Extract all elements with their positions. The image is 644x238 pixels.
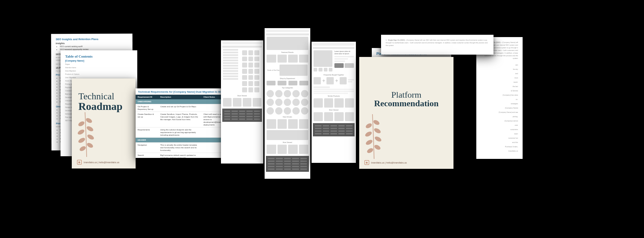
svg-point-1	[86, 142, 94, 149]
technical-roadmap-cover: Technical Roadmap B brandlabs.us | hello…	[72, 78, 136, 168]
wf-similar-label: Similar Products	[312, 95, 356, 97]
sso-line: Purchase Orders,	[481, 145, 518, 149]
svg-point-12	[364, 130, 372, 137]
wf-featured-label: Featured Brands	[265, 51, 310, 53]
wf-freq-label: Frequently Bought Together	[312, 74, 356, 76]
wf-footer-3	[313, 123, 355, 136]
req-id: Requirements	[136, 127, 158, 138]
req-desc: This is actually the entire header templ…	[158, 143, 201, 153]
sso-line: can	[481, 63, 518, 67]
sso-line: and this	[481, 140, 518, 145]
wf-footer	[222, 109, 262, 122]
seo-title: SEO Insights and Retention Plans	[56, 38, 128, 41]
req-desc: Create and set up Git Project & Git Repo	[158, 104, 201, 112]
toc-group: [Company Name]	[65, 60, 133, 62]
wf-deals-label: Deals of the Day	[267, 69, 279, 71]
svg-point-8	[366, 147, 374, 154]
svg-point-13	[373, 127, 381, 134]
req-col-desc: Description	[158, 95, 201, 99]
leaf-decoration-icon-2	[356, 108, 392, 161]
sso-line: [Company] has done	[481, 93, 518, 97]
wf-most-viewed-label-3: Most Viewed	[312, 109, 356, 111]
toc-item: Pages	[65, 63, 133, 66]
wf-most-viewed-label: Most Viewed	[221, 95, 263, 97]
wf-filter-sidebar	[223, 49, 238, 94]
sso-line: over	[481, 123, 518, 127]
sso-line: us.	[481, 97, 518, 102]
sso-line: strategies	[481, 102, 518, 106]
leaf-decoration-icon	[68, 106, 105, 159]
sso-line: be any	[481, 67, 518, 71]
svg-point-4	[77, 128, 85, 135]
wireframe-homepage: Featured Brands Deals of the Day Shop by…	[265, 28, 310, 179]
sso-line: the last	[481, 84, 518, 89]
svg-point-15	[372, 119, 380, 126]
svg-point-10	[365, 139, 373, 146]
sso-line: brandlabs.us	[481, 149, 518, 153]
svg-point-2	[77, 137, 86, 144]
wf-footer-2	[266, 156, 309, 172]
wireframe-category-page: Most Viewed	[221, 40, 263, 164]
wf-most-viewed-label-2: Most Viewed	[265, 141, 310, 143]
sso-line: team	[481, 132, 518, 136]
svg-point-9	[373, 144, 381, 151]
svg-point-7	[85, 117, 93, 124]
req-desc: Create Sandbox, Import Theme, Products, …	[158, 112, 201, 127]
platform-recommendation-cover: Platform Recommendation B brandlabs.us |…	[359, 57, 453, 169]
svg-point-3	[86, 133, 95, 140]
req-id: Git Project & Repository Set up	[136, 104, 158, 112]
sso-line: [Company] cannot	[481, 119, 518, 123]
req-desc: BigCommerce default search updated to ma…	[158, 153, 201, 158]
wf-top-cat-label: Top Categories	[265, 87, 310, 89]
sso-line: must	[481, 76, 518, 80]
sso-line: [Company Name]	[481, 106, 518, 110]
toc-item: Data Migration	[65, 69, 133, 72]
svg-point-14	[365, 122, 372, 129]
toc-title: Table of Contents	[65, 54, 133, 58]
svg-point-6	[77, 120, 85, 127]
cover-footer: B brandlabs.us | hello@brandlabs.us	[77, 160, 119, 165]
wf-new-arrivals-label: New Arrivals	[265, 116, 310, 118]
sso-line: pricing,	[481, 115, 518, 119]
seo-sec1: Insights	[56, 42, 128, 45]
req-id: Create Sandbox & set up	[136, 112, 158, 127]
sso-line: result.	[481, 80, 518, 84]
sso-line: customer but	[481, 136, 518, 140]
cover2-footer-text: brandlabs.us | hello@brandlabs.us	[371, 162, 407, 164]
collage-stage: SEO Insights and Retention Plans Insight…	[0, 0, 644, 238]
req-desc: Using the solution blueprint add the req…	[158, 127, 201, 138]
req-id: Navigation	[136, 143, 158, 153]
wf-shop-dept-label: Shop by Department	[265, 77, 310, 79]
sso-bullet-front: 1. Single Sign On (SSO) – [Company Name]…	[386, 39, 489, 47]
sso-line: & Service	[481, 89, 518, 93]
cover2-footer: B brandlabs.us | hello@brandlabs.us	[365, 160, 407, 165]
req-id: Search	[136, 153, 158, 158]
svg-point-11	[374, 135, 382, 142]
svg-point-5	[86, 125, 94, 132]
cover-line2: Roadmap	[78, 100, 122, 113]
brandlabs-logo-icon: B	[77, 160, 82, 165]
sso-lines: canbe anyandmustresult.the last& Service…	[481, 63, 518, 153]
brandlabs-logo-icon-2: B	[365, 160, 369, 165]
toc-item: Attention items	[65, 66, 133, 69]
cover2-line2: Recommendation	[359, 99, 453, 109]
wireframe-product-page: Lorem ipsum dolor sit amet dolor sit ips…	[312, 42, 356, 163]
toc-item: Products & Options	[65, 72, 133, 76]
sso-notes-doc: Single Sign On (SSO) – [Company Name] wi…	[476, 37, 523, 159]
cover-footer-text: brandlabs.us | hello@brandlabs.us	[84, 161, 119, 164]
sso-line: and	[481, 71, 518, 76]
req-col-id: Requirement ID	[136, 95, 158, 99]
sso-line: customers	[481, 127, 518, 132]
wf-product-title: Lorem ipsum dolor sit amet dolor sit ips…	[334, 50, 354, 55]
sso-line: [Company Name] and see	[481, 110, 518, 115]
svg-point-0	[79, 145, 86, 152]
sso-notes-doc-front: 1. Single Sign On (SSO) – [Company Name]…	[381, 35, 494, 55]
